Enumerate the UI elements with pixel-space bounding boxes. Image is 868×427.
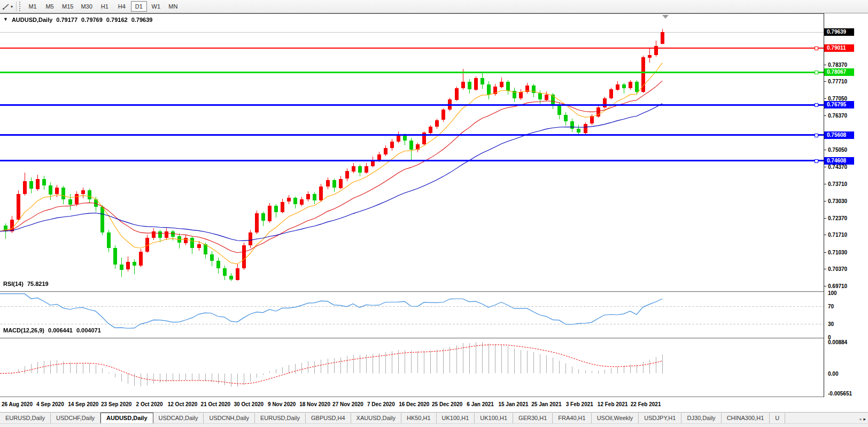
price-tick-dash — [824, 252, 826, 253]
chart-tab-hk50-h1[interactable]: HK50,H1 — [401, 413, 437, 423]
triangle-down-icon: ▼ — [3, 17, 8, 23]
chart-tab-dj30-daily[interactable]: DJ30,Daily — [681, 413, 721, 423]
chart-tab-usdjpy-h1[interactable]: USDJPY,H1 — [639, 413, 681, 423]
price-tick-label: 0.75050 — [828, 146, 847, 152]
toolbar-grip[interactable] — [19, 2, 22, 11]
toolbar-separator — [16, 2, 17, 11]
chart-tab-china300-h1[interactable]: CHINA300,H1 — [722, 413, 770, 423]
macd-indicator-label: MACD(12,26,9) 0.006441 0.004071 — [3, 327, 101, 333]
high-value: 0.79769 — [81, 17, 103, 23]
chart-tab-usdchf-daily[interactable]: USDCHF,Daily — [51, 413, 100, 423]
macd-signal-value: 0.004071 — [76, 327, 101, 333]
macd-scale-label: 0.00 — [828, 370, 838, 376]
chart-tab-eurusd-daily[interactable]: EURUSD,Daily — [255, 413, 306, 423]
chart-tab-audusd-daily[interactable]: AUDUSD,Daily — [100, 413, 153, 423]
date-label: 2 Oct 2020 — [136, 401, 163, 407]
chart-tab-ger30-h1[interactable]: GER30,H1 — [513, 413, 553, 423]
timeframe-button-h4[interactable]: H4 — [114, 1, 130, 12]
date-label: 27 Nov 2020 — [332, 401, 363, 407]
rsi-scale-label: 70 — [828, 303, 834, 309]
timeframe-button-d1[interactable]: D1 — [131, 1, 147, 12]
price-tick-label: 0.77710 — [828, 79, 847, 84]
price-tick-label: 0.70370 — [828, 266, 847, 272]
macd-scale-label: 0.00884 — [828, 339, 847, 345]
close-value: 0.79639 — [131, 17, 153, 23]
price-tick-dash — [824, 65, 826, 65]
chart-canvas[interactable] — [0, 13, 824, 397]
line-tool-icon[interactable] — [1, 2, 11, 11]
timeframe-button-m15[interactable]: M15 — [59, 1, 76, 12]
price-tick-label: 0.78370 — [828, 61, 847, 67]
chart-header: ▼ AUDUSD,Daily 0.79177 0.79769 0.79162 0… — [3, 17, 152, 23]
date-label: 3 Feb 2021 — [566, 401, 593, 407]
chart-tab-u[interactable]: U — [770, 413, 785, 423]
date-label: 18 Nov 2020 — [299, 401, 330, 407]
timeframe-button-h1[interactable]: H1 — [97, 1, 113, 12]
date-label: 7 Dec 2020 — [367, 401, 395, 407]
price-tick-label: 0.76370 — [828, 113, 847, 119]
top-toolbar: ▾ M1M5M15M30H1H4D1W1MN — [0, 0, 868, 13]
price-tick-dash — [824, 98, 826, 99]
rsi-indicator-label: RSI(14) 75.8219 — [3, 281, 49, 287]
chart-tab-fra40-h1[interactable]: FRA40,H1 — [553, 413, 591, 423]
chart-tab-usdcnh-daily[interactable]: USDCNH,Daily — [204, 413, 255, 423]
date-label: 21 Oct 2020 — [201, 401, 231, 407]
macd-value: 0.006441 — [48, 327, 73, 333]
price-tick-label: 0.72370 — [828, 215, 847, 221]
timeframe-button-m30[interactable]: M30 — [78, 1, 95, 12]
price-badge: 0.75608 — [824, 131, 854, 139]
date-label: 25 Jan 2021 — [531, 401, 561, 407]
price-tick-dash — [824, 201, 826, 201]
tool-dropdown-caret-icon[interactable]: ▾ — [11, 4, 13, 9]
timeframe-button-m1[interactable]: M1 — [25, 1, 41, 12]
chart-area: ▼ AUDUSD,Daily 0.79177 0.79769 0.79162 0… — [0, 13, 824, 397]
date-label: 23 Sep 2020 — [101, 401, 131, 407]
price-badge: 0.74608 — [824, 157, 854, 165]
timeframe-row: M1M5M15M30H1H4D1W1MN — [24, 1, 182, 12]
tab-scroll-left-icon[interactable]: ◂ — [859, 416, 862, 422]
rsi-value: 75.8219 — [27, 281, 49, 287]
time-axis[interactable]: 26 Aug 20204 Sep 202014 Sep 202023 Sep 2… — [0, 397, 824, 412]
price-tick-dash — [824, 115, 826, 116]
date-label: 14 Sep 2020 — [68, 401, 98, 407]
app-root: ▾ M1M5M15M30H1H4D1W1MN ▼ AUDUSD,Daily 0.… — [0, 0, 868, 427]
tab-scroll-right-icon[interactable]: ▸ — [863, 416, 866, 422]
price-tick-dash — [824, 235, 826, 235]
timeframe-button-m5[interactable]: M5 — [42, 1, 58, 12]
date-label: 25 Dec 2020 — [432, 401, 462, 407]
chart-tab-usoil-weekly[interactable]: USOil,Weekly — [592, 413, 639, 423]
rsi-scale-label: 30 — [828, 321, 834, 327]
open-value: 0.79177 — [56, 17, 78, 23]
price-axis[interactable]: 0.783700.777100.770500.763700.750500.743… — [824, 13, 868, 397]
price-tick-label: 0.71710 — [828, 232, 847, 238]
chart-tab-usdcad-daily[interactable]: USDCAD,Daily — [153, 413, 204, 423]
price-tick-dash — [824, 184, 826, 184]
bottom-strip — [0, 423, 868, 427]
tab-bar: EURUSD,DailyUSDCHF,DailyAUDUSD,DailyUSDC… — [0, 412, 868, 423]
timeframe-button-w1[interactable]: W1 — [148, 1, 164, 12]
date-label: 12 Oct 2020 — [168, 401, 198, 407]
price-badge: 0.79639 — [824, 28, 854, 36]
chart-tab-xauusd-daily[interactable]: XAUUSD,Daily — [351, 413, 401, 423]
chart-tab-gbpusd-h4[interactable]: GBPUSD,H4 — [306, 413, 351, 423]
price-tick-dash — [824, 286, 826, 286]
timeframe-button-mn[interactable]: MN — [165, 1, 181, 12]
price-tick-label: 0.77050 — [828, 95, 847, 101]
price-tick-dash — [824, 81, 826, 82]
chart-tab-uk100-h1[interactable]: UK100,H1 — [437, 413, 475, 423]
macd-label: MACD(12,26,9) — [3, 327, 44, 333]
date-label: 26 Aug 2020 — [2, 401, 33, 407]
date-label: 6 Jan 2021 — [467, 401, 494, 407]
low-value: 0.79162 — [106, 17, 128, 23]
chart-tab-eurusd-daily[interactable]: EURUSD,Daily — [0, 413, 51, 423]
date-label: 4 Sep 2020 — [36, 401, 64, 407]
date-label: 16 Dec 2020 — [399, 401, 429, 407]
price-tick-dash — [824, 269, 826, 269]
date-label: 30 Oct 2020 — [234, 401, 264, 407]
macd-scale-label: -0.005651 — [828, 391, 852, 397]
price-tick-dash — [824, 150, 826, 150]
rsi-scale-label: 100 — [828, 290, 837, 296]
symbol-title: AUDUSD,Daily — [12, 17, 52, 23]
chart-tab-uk100-h1[interactable]: UK100,H1 — [475, 413, 513, 423]
price-badge: 0.78067 — [824, 68, 854, 76]
